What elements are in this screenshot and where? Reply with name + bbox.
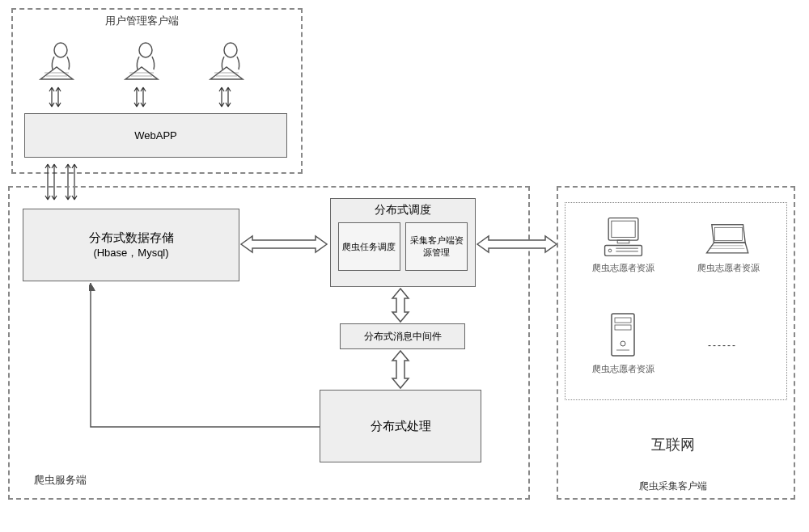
svg-rect-22 — [615, 325, 631, 330]
processing-box: 分布式处理 — [320, 390, 481, 462]
arrow-elbow — [89, 281, 324, 443]
storage-subtitle: (Hbase，Mysql) — [93, 246, 168, 260]
svg-rect-17 — [714, 227, 742, 240]
svg-point-6 — [224, 43, 237, 57]
task-scheduler-box: 爬虫任务调度 — [338, 222, 400, 271]
user-icon — [121, 40, 162, 81]
webapp-box: WebAPP — [24, 113, 287, 158]
arrow-hollow-bidirectional-h — [476, 234, 558, 254]
arrow-bidirectional-v — [133, 81, 146, 113]
resource-server: 爬虫志愿者资源 — [578, 311, 667, 375]
resource-manager-box: 采集客户端资源管理 — [405, 222, 468, 271]
user-icon — [206, 40, 247, 81]
resource-desktop: 爬虫志愿者资源 — [578, 214, 667, 274]
resource-server-label: 爬虫志愿者资源 — [592, 363, 654, 375]
svg-point-0 — [54, 43, 67, 57]
svg-rect-11 — [611, 221, 634, 237]
user-icon — [36, 40, 77, 81]
task-scheduler-label: 爬虫任务调度 — [342, 241, 396, 253]
svg-point-3 — [139, 43, 152, 57]
storage-title: 分布式数据存储 — [89, 230, 174, 246]
internet-label: 互联网 — [651, 435, 695, 454]
collector-section-title: 爬虫采集客户端 — [639, 479, 707, 493]
arrow-bidirectional-v — [49, 81, 61, 113]
svg-marker-9 — [89, 283, 95, 291]
server-section-title: 爬虫服务端 — [34, 473, 87, 488]
processing-label: 分布式处理 — [371, 419, 431, 434]
resource-laptop: 爬虫志愿者资源 — [684, 222, 773, 274]
scheduling-title: 分布式调度 — [375, 203, 431, 217]
resource-desktop-label: 爬虫志愿者资源 — [592, 262, 654, 274]
resource-manager-label: 采集客户端资源管理 — [408, 234, 465, 259]
scheduling-box: 分布式调度 爬虫任务调度 采集客户端资源管理 — [330, 198, 476, 287]
middleware-label: 分布式消息中间件 — [364, 330, 442, 344]
svg-point-23 — [621, 341, 625, 346]
middleware-box: 分布式消息中间件 — [340, 323, 465, 349]
ellipsis-icon: ------ — [708, 340, 737, 351]
svg-rect-21 — [615, 318, 631, 323]
client-section-title: 用户管理客户端 — [105, 14, 179, 28]
storage-box: 分布式数据存储 (Hbase，Mysql) — [23, 209, 239, 281]
svg-rect-13 — [604, 246, 642, 256]
webapp-label: WebAPP — [134, 129, 177, 141]
resource-laptop-label: 爬虫志愿者资源 — [697, 262, 760, 274]
arrow-bidirectional-v — [218, 81, 231, 113]
arrow-hollow-bidirectional-v — [391, 349, 410, 390]
arrow-hollow-bidirectional-v — [391, 287, 410, 323]
svg-point-14 — [608, 249, 612, 252]
arrow-hollow-bidirectional-h — [239, 234, 328, 254]
